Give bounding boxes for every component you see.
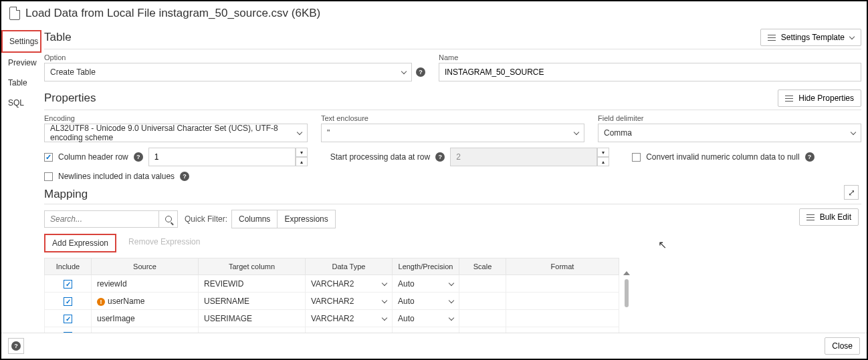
option-select[interactable]: Create Table <box>44 63 412 81</box>
dialog-header: Load Data from Local File instagram_50_s… <box>1 1 867 26</box>
scale-cell[interactable] <box>459 310 506 327</box>
filter-columns-button[interactable]: Columns <box>232 210 278 228</box>
table-row[interactable]: reviewIdREVIEWIDVARCHAR2Auto <box>45 275 619 293</box>
format-cell[interactable] <box>506 293 619 310</box>
dialog-title: Load Data from Local File instagram_50_s… <box>25 7 320 20</box>
th-format: Format <box>506 258 619 275</box>
search-icon <box>165 216 172 222</box>
target-cell[interactable]: REVIEWID <box>199 275 306 293</box>
datatype-cell[interactable]: VARCHAR2 <box>306 293 393 310</box>
sidebar: Settings Preview Table SQL <box>1 26 41 337</box>
footer-help-button[interactable]: ? <box>8 338 24 354</box>
search-button[interactable] <box>158 211 177 227</box>
chevron-down-icon <box>574 130 579 135</box>
include-checkbox[interactable] <box>64 280 72 289</box>
name-input[interactable] <box>439 63 861 81</box>
field-delimiter-select[interactable]: Comma <box>598 124 861 142</box>
search-input[interactable] <box>45 211 158 227</box>
length-cell[interactable]: Auto <box>393 310 459 327</box>
bulk-edit-button[interactable]: Bulk Edit <box>799 208 859 226</box>
expand-button[interactable]: ⤢ <box>844 185 859 200</box>
format-cell[interactable] <box>506 275 619 293</box>
sidebar-item-settings[interactable]: Settings <box>1 30 41 53</box>
target-cell[interactable]: USERNAME <box>199 293 306 310</box>
th-scale: Scale <box>459 258 506 275</box>
hide-properties-button[interactable]: Hide Properties <box>778 89 861 107</box>
newlines-checkbox[interactable] <box>44 172 53 181</box>
add-expression-button[interactable]: Add Expression <box>44 234 116 252</box>
quick-filter-label: Quick Filter: <box>185 214 227 224</box>
text-enclosure-select[interactable]: " <box>321 124 584 142</box>
encoding-select[interactable]: AL32UTF8 - Unicode 9.0 Universal Charact… <box>44 124 308 142</box>
chevron-down-icon <box>382 297 387 303</box>
section-table-title: Table <box>44 31 72 44</box>
close-button[interactable]: Close <box>825 337 860 355</box>
spin-down-icon[interactable]: ▾ <box>296 148 308 157</box>
start-processing-input <box>450 148 597 166</box>
encoding-label: Encoding <box>44 114 308 122</box>
spin-down-icon: ▾ <box>597 148 609 157</box>
th-source: Source <box>92 258 199 275</box>
th-target: Target column <box>199 258 306 275</box>
help-icon[interactable]: ? <box>180 172 189 181</box>
spin-up-icon: ▴ <box>597 157 609 166</box>
mapping-table: Include Source Target column Data Type L… <box>44 258 619 337</box>
help-icon[interactable]: ? <box>134 152 143 162</box>
column-header-row-input[interactable] <box>148 148 296 166</box>
text-enclosure-label: Text enclosure <box>321 114 584 122</box>
help-icon[interactable]: ? <box>435 152 445 162</box>
include-checkbox[interactable] <box>64 315 72 323</box>
start-processing-label: Start processing data at row <box>330 152 430 162</box>
source-cell: userImage <box>92 310 199 327</box>
option-label: Option <box>44 53 425 61</box>
chevron-down-icon <box>401 69 407 74</box>
newlines-label: Newlines included in data values <box>58 172 175 181</box>
length-cell[interactable]: Auto <box>393 275 459 293</box>
chevron-down-icon <box>449 280 454 285</box>
datatype-cell[interactable]: VARCHAR2 <box>306 275 393 293</box>
th-length: Length/Precision <box>393 258 459 275</box>
source-cell: reviewId <box>92 275 199 293</box>
mapping-scrollbar[interactable] <box>622 252 631 337</box>
convert-invalid-checkbox[interactable] <box>632 153 641 162</box>
help-icon[interactable]: ? <box>805 152 815 162</box>
mapping-search[interactable] <box>44 210 178 228</box>
chevron-down-icon <box>449 297 454 303</box>
chevron-down-icon <box>382 315 387 320</box>
scale-cell[interactable] <box>459 293 506 310</box>
chevron-down-icon <box>449 315 454 320</box>
datatype-cell[interactable]: VARCHAR2 <box>306 310 393 327</box>
filter-expressions-button[interactable]: Expressions <box>278 210 334 228</box>
column-header-checkbox[interactable] <box>44 153 53 162</box>
scroll-thumb[interactable] <box>625 279 629 307</box>
include-checkbox[interactable] <box>64 297 72 306</box>
sidebar-item-sql[interactable]: SQL <box>1 93 41 113</box>
target-cell[interactable]: USERIMAGE <box>199 310 306 327</box>
settings-template-button[interactable]: Settings Template <box>760 29 861 46</box>
chevron-down-icon <box>851 130 856 135</box>
warning-icon: ! <box>97 298 105 306</box>
sidebar-item-preview[interactable]: Preview <box>1 53 41 73</box>
remove-expression-button: Remove Expression <box>122 234 207 252</box>
sidebar-item-table[interactable]: Table <box>1 73 41 93</box>
help-icon[interactable]: ? <box>416 67 425 77</box>
help-icon: ? <box>11 341 21 351</box>
file-icon <box>9 7 20 20</box>
section-mapping-title: Mapping <box>44 188 88 201</box>
table-row[interactable]: !userNameUSERNAMEVARCHAR2Auto <box>45 293 619 310</box>
column-header-label: Column header row <box>58 152 128 162</box>
chevron-down-icon <box>382 280 387 285</box>
section-properties-title: Properties <box>44 92 96 105</box>
table-row[interactable]: userImageUSERIMAGEVARCHAR2Auto <box>45 310 619 327</box>
th-include: Include <box>45 258 92 275</box>
scroll-up-icon[interactable] <box>623 271 630 275</box>
th-datatype: Data Type <box>306 258 393 275</box>
length-cell[interactable]: Auto <box>393 293 459 310</box>
spin-up-icon[interactable]: ▴ <box>296 157 308 166</box>
chevron-down-icon <box>297 130 302 135</box>
field-delimiter-label: Field delimiter <box>598 114 861 122</box>
format-cell[interactable] <box>506 310 619 327</box>
scale-cell[interactable] <box>459 275 506 293</box>
chevron-down-icon <box>849 34 855 39</box>
convert-invalid-label: Convert invalid numeric column data to n… <box>646 152 799 162</box>
